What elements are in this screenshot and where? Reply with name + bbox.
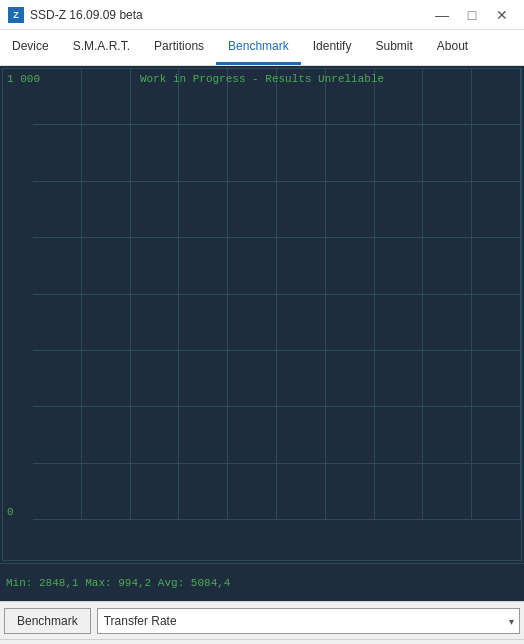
dropdown-container: Transfer Rate Access Time Read Write ▾	[97, 608, 520, 634]
grid-cell	[472, 125, 521, 181]
grid-cell	[423, 238, 472, 294]
grid-cell	[375, 295, 424, 351]
benchmark-button[interactable]: Benchmark	[4, 608, 91, 634]
grid-cell	[33, 351, 82, 407]
y-axis-bottom-label: 0	[7, 506, 14, 518]
grid-cell	[326, 295, 375, 351]
grid-cell	[423, 69, 472, 125]
grid-cell	[326, 351, 375, 407]
grid-cell	[131, 351, 180, 407]
close-button[interactable]: ✕	[488, 5, 516, 25]
grid-cell	[423, 407, 472, 463]
grid-cell	[228, 125, 277, 181]
grid-cell	[472, 69, 521, 125]
y-axis-top-label: 1 000	[7, 73, 40, 85]
grid-cell	[33, 125, 82, 181]
menu-item-benchmark[interactable]: Benchmark	[216, 30, 301, 65]
grid-cell	[82, 182, 131, 238]
grid-cell	[277, 407, 326, 463]
grid-cell	[179, 351, 228, 407]
grid-cell	[179, 295, 228, 351]
grid-cell	[375, 182, 424, 238]
grid-cell	[375, 238, 424, 294]
app-icon: Z	[8, 7, 24, 23]
grid-cell	[179, 407, 228, 463]
grid-cell	[131, 407, 180, 463]
grid-cell	[228, 351, 277, 407]
grid-cell	[277, 238, 326, 294]
grid-cell	[277, 295, 326, 351]
chart-grid: // Render grid cells const grid = docume…	[33, 69, 521, 520]
menu-item-smart[interactable]: S.M.A.R.T.	[61, 30, 142, 65]
menu-item-about[interactable]: About	[425, 30, 480, 65]
grid-cell	[472, 351, 521, 407]
grid-cell	[472, 295, 521, 351]
grid-cell	[423, 295, 472, 351]
grid-cell	[179, 238, 228, 294]
grid-cell	[228, 407, 277, 463]
grid-cell	[33, 407, 82, 463]
grid-cell	[228, 182, 277, 238]
status-bar: Z KINGSTON SNV3S500G www.ssd-tester.com	[0, 639, 524, 644]
title-bar: Z SSD-Z 16.09.09 beta — □ ✕	[0, 0, 524, 30]
stats-bar: Min: 2848,1 Max: 994,2 Avg: 5084,4	[0, 563, 524, 601]
grid-cell	[82, 464, 131, 520]
bottom-toolbar: Benchmark Transfer Rate Access Time Read…	[0, 601, 524, 639]
grid-cell	[326, 407, 375, 463]
grid-cell	[423, 351, 472, 407]
minimize-button[interactable]: —	[428, 5, 456, 25]
grid-cell	[82, 238, 131, 294]
grid-cell	[33, 295, 82, 351]
grid-cell	[375, 464, 424, 520]
grid-cell	[375, 125, 424, 181]
grid-cell	[277, 125, 326, 181]
grid-cell	[179, 182, 228, 238]
grid-cell	[179, 464, 228, 520]
grid-cell	[375, 351, 424, 407]
title-controls: — □ ✕	[428, 5, 516, 25]
grid-cell	[33, 464, 82, 520]
grid-cell	[228, 238, 277, 294]
maximize-button[interactable]: □	[458, 5, 486, 25]
grid-cell	[179, 125, 228, 181]
grid-cell	[33, 238, 82, 294]
grid-cell	[228, 464, 277, 520]
grid-cell	[82, 125, 131, 181]
window-title: SSD-Z 16.09.09 beta	[30, 8, 143, 22]
grid-cell	[326, 125, 375, 181]
grid-cell	[326, 182, 375, 238]
menu-item-submit[interactable]: Submit	[363, 30, 424, 65]
chart-status-text: Work in Progress - Results Unreliable	[140, 73, 384, 85]
grid-cell	[472, 238, 521, 294]
main-content: // Render grid cells const grid = docume…	[0, 66, 524, 601]
chart-wrapper: // Render grid cells const grid = docume…	[2, 68, 522, 561]
grid-cell	[33, 182, 82, 238]
grid-cell	[228, 295, 277, 351]
grid-cell	[131, 295, 180, 351]
grid-cell	[277, 182, 326, 238]
menu-item-device[interactable]: Device	[0, 30, 61, 65]
menu-bar: Device S.M.A.R.T. Partitions Benchmark I…	[0, 30, 524, 66]
grid-cell	[82, 69, 131, 125]
grid-cell	[472, 182, 521, 238]
grid-cell	[131, 464, 180, 520]
grid-cell	[423, 182, 472, 238]
grid-cell	[423, 464, 472, 520]
title-bar-left: Z SSD-Z 16.09.09 beta	[8, 7, 143, 23]
grid-cell	[82, 407, 131, 463]
grid-cell	[131, 238, 180, 294]
grid-cell	[472, 407, 521, 463]
stats-text: Min: 2848,1 Max: 994,2 Avg: 5084,4	[6, 577, 230, 589]
grid-cell	[277, 464, 326, 520]
grid-cell	[131, 182, 180, 238]
menu-item-partitions[interactable]: Partitions	[142, 30, 216, 65]
transfer-type-dropdown[interactable]: Transfer Rate Access Time Read Write	[97, 608, 520, 634]
grid-cell	[82, 295, 131, 351]
menu-item-identify[interactable]: Identify	[301, 30, 364, 65]
grid-cell	[277, 351, 326, 407]
grid-cell	[326, 238, 375, 294]
grid-cell	[82, 351, 131, 407]
grid-cell	[472, 464, 521, 520]
grid-cell	[33, 69, 82, 125]
grid-cell	[375, 407, 424, 463]
